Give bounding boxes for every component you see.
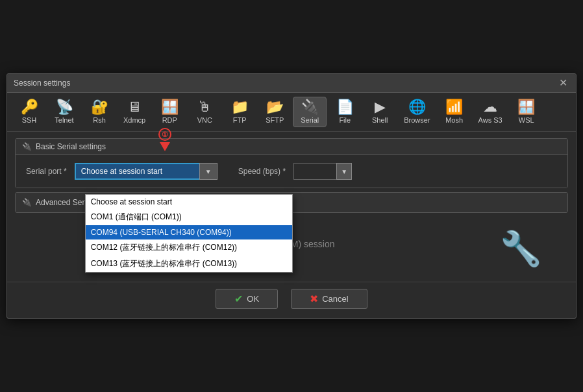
annotation-arrow-1: ① — [158, 128, 171, 151]
rdp-label: RDP — [162, 116, 177, 124]
ok-icon: ✔ — [234, 293, 243, 305]
dropdown-option-choose[interactable]: Choose at session start — [86, 195, 292, 209]
awss3-icon: ☁ — [483, 100, 497, 114]
basic-serial-section: 🔌 Basic Serial settings ① Serial port * … — [15, 138, 568, 188]
advanced-serial-icon: 🔌 — [22, 198, 32, 207]
content-area: 🔌 Basic Serial settings ① Serial port * … — [7, 132, 576, 282]
toolbar-item-sftp[interactable]: 📂 SFTP — [258, 97, 292, 127]
basic-serial-label: Basic Serial settings — [36, 142, 106, 151]
toolbar-item-awss3[interactable]: ☁ Aws S3 — [473, 97, 508, 127]
telnet-label: Telnet — [55, 116, 73, 124]
serial-port-display[interactable]: Choose at session start — [75, 163, 217, 180]
shell-icon: ▶ — [375, 100, 386, 114]
vnc-label: VNC — [197, 116, 212, 124]
ssh-label: SSH — [22, 116, 37, 124]
toolbar-item-rdp[interactable]: 🪟 RDP — [153, 97, 186, 127]
telnet-icon: 📡 — [56, 100, 73, 114]
serial-port-select-wrapper: Choose at session start ▼ Choose at sess… — [75, 163, 217, 180]
toolbar-item-serial[interactable]: 🔌 Serial — [293, 97, 327, 127]
annotation-circle-1: ① — [158, 128, 171, 141]
serial-label: Serial — [301, 116, 319, 124]
toolbar-item-wsl[interactable]: 🪟 WSL — [510, 97, 543, 127]
advanced-serial-label: Advanced Serial — [36, 198, 92, 207]
mosh-icon: 📶 — [445, 100, 463, 114]
session-settings-dialog: Session settings ✕ 🔑 SSH📡 Telnet🔐 Rsh🖥 X… — [6, 73, 577, 319]
ftp-icon: 📁 — [231, 100, 249, 114]
toolbar: 🔑 SSH📡 Telnet🔐 Rsh🖥 Xdmcp🪟 RDP🖱 VNC📁 FTP… — [7, 93, 576, 132]
toolbar-item-file[interactable]: 📄 File — [328, 97, 362, 127]
mosh-label: Mosh — [445, 116, 463, 124]
sftp-label: SFTP — [266, 116, 284, 124]
vnc-icon: 🖱 — [197, 100, 212, 114]
arrow-down-icon — [160, 142, 170, 151]
serial-port-label: Serial port * — [26, 167, 67, 176]
serial-port-dropdown: Choose at session startCOM1 (通信端口 (COM1)… — [85, 194, 293, 273]
speed-select-wrapper: ▼ — [293, 163, 352, 180]
speed-label: Speed (bps) * — [238, 167, 286, 176]
title-bar: Session settings ✕ — [7, 74, 576, 93]
toolbar-item-ftp[interactable]: 📁 FTP — [223, 97, 256, 127]
serial-section-icon: 🔌 — [22, 142, 32, 151]
cancel-label: Cancel — [322, 294, 348, 304]
toolbar-item-vnc[interactable]: 🖱 VNC — [188, 97, 221, 127]
wsl-icon: 🪟 — [517, 100, 535, 114]
serial-port-row: Serial port * Choose at session start ▼ … — [26, 163, 557, 180]
rsh-icon: 🔐 — [91, 100, 108, 114]
serial-icon: 🔌 — [301, 100, 319, 114]
toolbar-item-ssh[interactable]: 🔑 SSH — [12, 97, 46, 127]
file-label: File — [339, 116, 351, 124]
browser-icon: 🌐 — [408, 100, 426, 114]
basic-serial-header: 🔌 Basic Serial settings — [16, 139, 567, 155]
serial-connector-icon: 🔧 — [500, 229, 542, 269]
toolbar-item-rsh[interactable]: 🔐 Rsh — [82, 97, 116, 127]
toolbar-item-xdmcp[interactable]: 🖥 Xdmcp — [118, 97, 151, 127]
speed-dropdown-arrow[interactable]: ▼ — [336, 163, 352, 180]
ftp-label: FTP — [233, 116, 247, 124]
awss3-label: Aws S3 — [478, 116, 502, 124]
footer: ✔ OK ✖ Cancel — [7, 282, 576, 318]
toolbar-item-mosh[interactable]: 📶 Mosh — [438, 97, 471, 127]
wsl-label: WSL — [519, 116, 534, 124]
toolbar-item-shell[interactable]: ▶ Shell — [363, 97, 397, 127]
dropdown-option-com1[interactable]: COM1 (通信端口 (COM1)) — [86, 209, 292, 225]
rsh-label: Rsh — [93, 116, 106, 124]
serial-port-dropdown-arrow[interactable]: ▼ — [199, 163, 217, 180]
dropdown-option-com94[interactable]: COM94 (USB-SERIAL CH340 (COM94)) — [86, 225, 292, 239]
rdp-icon: 🪟 — [161, 100, 179, 114]
serial-port-value: Choose at session start — [81, 167, 162, 176]
xdmcp-icon: 🖥 — [127, 100, 142, 114]
cancel-button[interactable]: ✖ Cancel — [291, 289, 367, 309]
dialog-title: Session settings — [14, 79, 70, 88]
file-icon: 📄 — [336, 100, 354, 114]
shell-label: Shell — [372, 116, 388, 124]
close-button[interactable]: ✕ — [557, 78, 569, 88]
dropdown-option-com12[interactable]: COM12 (蓝牙链接上的标准串行 (COM12)) — [86, 239, 292, 256]
toolbar-item-telnet[interactable]: 📡 Telnet — [47, 97, 81, 127]
basic-serial-content: ① Serial port * Choose at session start … — [16, 155, 567, 188]
dropdown-option-com13[interactable]: COM13 (蓝牙链接上的标准串行 (COM13)) — [86, 256, 292, 272]
ok-label: OK — [247, 294, 259, 304]
toolbar-item-browser[interactable]: 🌐 Browser — [398, 97, 436, 127]
xdmcp-label: Xdmcp — [123, 116, 145, 124]
sftp-icon: 📂 — [266, 100, 284, 114]
ok-button[interactable]: ✔ OK — [216, 289, 278, 309]
browser-label: Browser — [404, 116, 430, 124]
ssh-icon: 🔑 — [21, 100, 38, 114]
cancel-icon: ✖ — [310, 293, 318, 305]
